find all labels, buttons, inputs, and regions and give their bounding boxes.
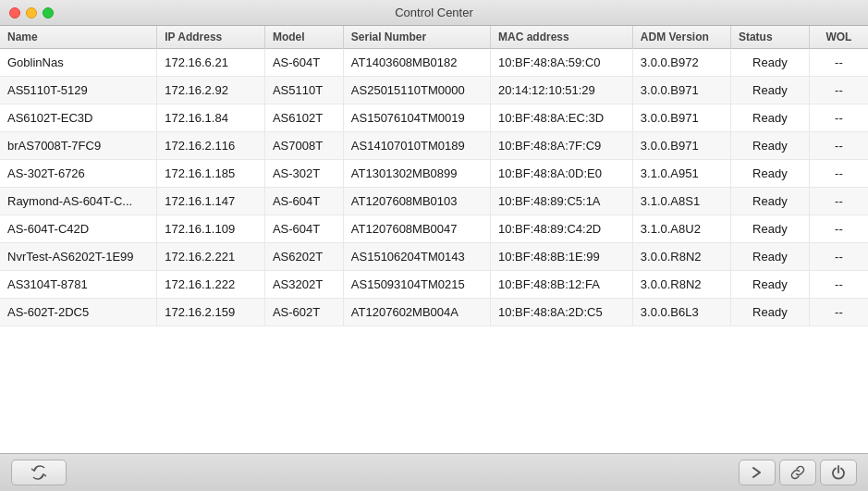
cell-adm: 3.1.0.A951 xyxy=(632,160,730,188)
col-header-mac[interactable]: MAC address xyxy=(490,26,632,49)
cell-status: Ready xyxy=(730,77,809,104)
cell-wol: -- xyxy=(809,132,868,160)
cell-status: Ready xyxy=(730,188,809,215)
cell-mac: 10:BF:48:8A:EC:3D xyxy=(490,104,632,132)
device-table: Name IP Address Model Serial Number MAC … xyxy=(0,26,868,326)
cell-model: AS-604T xyxy=(264,215,343,243)
table-header-row: Name IP Address Model Serial Number MAC … xyxy=(0,26,868,49)
cell-status: Ready xyxy=(730,243,809,271)
cell-mac: 20:14:12:10:51:29 xyxy=(490,77,632,104)
cell-wol: -- xyxy=(809,299,868,326)
cell-ip: 172.16.2.221 xyxy=(157,243,265,271)
cell-serial: AT1207602MB004A xyxy=(343,299,490,326)
bottom-left-controls xyxy=(11,460,67,485)
table-row[interactable]: AS5110T-5129 172.16.2.92 AS5110T AS25015… xyxy=(0,77,868,104)
cell-model: AS-604T xyxy=(264,49,343,77)
cell-wol: -- xyxy=(809,188,868,215)
cell-model: AS-602T xyxy=(264,299,343,326)
power-icon xyxy=(831,465,846,480)
table-row[interactable]: AS6102T-EC3D 172.16.1.84 AS6102T AS15076… xyxy=(0,104,868,132)
bottom-right-controls xyxy=(739,460,857,485)
cell-status: Ready xyxy=(730,160,809,188)
cell-serial: AS15076104TM0019 xyxy=(343,104,490,132)
bottom-toolbar xyxy=(0,453,868,491)
table-row[interactable]: GoblinNas 172.16.6.21 AS-604T AT1403608M… xyxy=(0,49,868,77)
cell-serial: AT1403608MB0182 xyxy=(343,49,490,77)
table-body: GoblinNas 172.16.6.21 AS-604T AT1403608M… xyxy=(0,49,868,326)
table-row[interactable]: AS3104T-8781 172.16.1.222 AS3202T AS1509… xyxy=(0,271,868,299)
table-row[interactable]: AS-602T-2DC5 172.16.2.159 AS-602T AT1207… xyxy=(0,299,868,326)
cell-adm: 3.1.0.A8U2 xyxy=(632,215,730,243)
cell-adm: 3.0.0.B971 xyxy=(632,132,730,160)
cell-name: Raymond-AS-604T-C... xyxy=(0,188,157,215)
cell-adm: 3.1.0.A8S1 xyxy=(632,188,730,215)
power-button[interactable] xyxy=(820,460,857,485)
col-header-adm[interactable]: ADM Version xyxy=(632,26,730,49)
col-header-name[interactable]: Name xyxy=(0,26,157,49)
cell-ip: 172.16.2.116 xyxy=(157,132,265,160)
cell-model: AS-604T xyxy=(264,188,343,215)
cell-adm: 3.0.0.R8N2 xyxy=(632,271,730,299)
cell-wol: -- xyxy=(809,49,868,77)
cell-model: AS5110T xyxy=(264,77,343,104)
table-row[interactable]: AS-302T-6726 172.16.1.185 AS-302T AT1301… xyxy=(0,160,868,188)
cell-status: Ready xyxy=(730,271,809,299)
col-header-ip[interactable]: IP Address xyxy=(157,26,265,49)
cell-model: AS-302T xyxy=(264,160,343,188)
cell-name: AS-604T-C42D xyxy=(0,215,157,243)
cell-status: Ready xyxy=(730,299,809,326)
cell-wol: -- xyxy=(809,271,868,299)
col-header-status[interactable]: Status xyxy=(730,26,809,49)
cell-name: AS-602T-2DC5 xyxy=(0,299,157,326)
refresh-button[interactable] xyxy=(11,460,67,485)
cell-status: Ready xyxy=(730,215,809,243)
maximize-button[interactable] xyxy=(43,7,54,18)
connect-button[interactable] xyxy=(739,460,776,485)
table-row[interactable]: brAS7008T-7FC9 172.16.2.116 AS7008T AS14… xyxy=(0,132,868,160)
cell-ip: 172.16.1.84 xyxy=(157,104,265,132)
cell-serial: AS14107010TM0189 xyxy=(343,132,490,160)
cell-serial: AS25015110TM0000 xyxy=(343,77,490,104)
cell-mac: 10:BF:48:8A:0D:E0 xyxy=(490,160,632,188)
cell-mac: 10:BF:48:8B:1E:99 xyxy=(490,243,632,271)
close-button[interactable] xyxy=(9,7,20,18)
cell-ip: 172.16.1.185 xyxy=(157,160,265,188)
cell-adm: 3.0.0.B972 xyxy=(632,49,730,77)
col-header-model[interactable]: Model xyxy=(264,26,343,49)
cell-serial: AT1207608MB0047 xyxy=(343,215,490,243)
table-row[interactable]: NvrTest-AS6202T-1E99 172.16.2.221 AS6202… xyxy=(0,243,868,271)
cell-mac: 10:BF:48:8A:7F:C9 xyxy=(490,132,632,160)
cell-mac: 10:BF:48:89:C4:2D xyxy=(490,215,632,243)
cell-wol: -- xyxy=(809,77,868,104)
cell-name: brAS7008T-7FC9 xyxy=(0,132,157,160)
table-row[interactable]: AS-604T-C42D 172.16.1.109 AS-604T AT1207… xyxy=(0,215,868,243)
col-header-wol[interactable]: WOL xyxy=(809,26,868,49)
cell-name: AS6102T-EC3D xyxy=(0,104,157,132)
traffic-lights xyxy=(9,7,54,18)
cell-serial: AT1207608MB0103 xyxy=(343,188,490,215)
col-header-serial[interactable]: Serial Number xyxy=(343,26,490,49)
cell-ip: 172.16.1.222 xyxy=(157,271,265,299)
window-title: Control Center xyxy=(395,6,473,19)
cell-wol: -- xyxy=(809,160,868,188)
cell-model: AS3202T xyxy=(264,271,343,299)
cell-mac: 10:BF:48:8A:2D:C5 xyxy=(490,299,632,326)
cell-name: AS3104T-8781 xyxy=(0,271,157,299)
cell-serial: AT1301302MB0899 xyxy=(343,160,490,188)
cell-status: Ready xyxy=(730,104,809,132)
link-button[interactable] xyxy=(779,460,816,485)
cell-status: Ready xyxy=(730,49,809,77)
device-table-container: Name IP Address Model Serial Number MAC … xyxy=(0,26,868,453)
cell-model: AS7008T xyxy=(264,132,343,160)
cell-mac: 10:BF:48:89:C5:1A xyxy=(490,188,632,215)
cell-ip: 172.16.2.159 xyxy=(157,299,265,326)
minimize-button[interactable] xyxy=(26,7,37,18)
cell-adm: 3.0.0.R8N2 xyxy=(632,243,730,271)
cell-name: GoblinNas xyxy=(0,49,157,77)
cell-ip: 172.16.1.147 xyxy=(157,188,265,215)
link-icon xyxy=(790,465,805,480)
refresh-icon xyxy=(31,465,46,480)
cell-adm: 3.0.0.B6L3 xyxy=(632,299,730,326)
table-row[interactable]: Raymond-AS-604T-C... 172.16.1.147 AS-604… xyxy=(0,188,868,215)
cell-serial: AS15093104TM0215 xyxy=(343,271,490,299)
